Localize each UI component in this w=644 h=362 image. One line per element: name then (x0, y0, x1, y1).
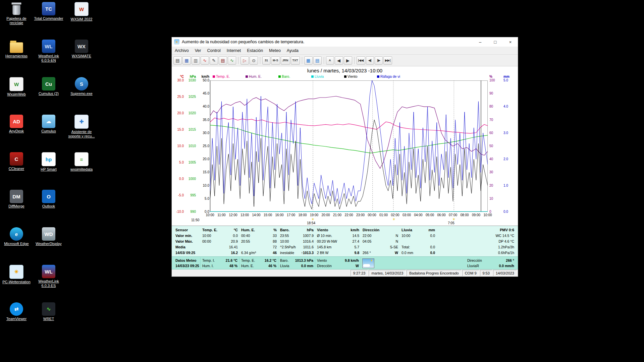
stats-cell-value: 20.9 (231, 239, 238, 243)
app-icon: ☀ (174, 39, 179, 45)
menu-archivo[interactable]: Archivo (172, 47, 192, 54)
x-axis-tick: 03:00 (401, 213, 413, 217)
export-button[interactable]: ▥ (192, 56, 200, 65)
plot-settings-button[interactable]: ∿ (201, 56, 209, 65)
live-value: 16.2 °C (265, 258, 276, 262)
next-button[interactable]: ▶ (344, 56, 352, 65)
stats-pmv-column: PMV 0:6WC 14.5 °CDP 4.6 °C1.2hPa/3h0.6hP… (437, 227, 516, 256)
stats-header-name: Baro. (280, 228, 289, 232)
print-button[interactable]: ▤ (173, 56, 182, 65)
menu-ver[interactable]: Ver (192, 47, 204, 54)
legend-label: Viento (347, 74, 358, 78)
live-row: Dirección266 ° (467, 258, 514, 263)
plot-canvas[interactable] (210, 80, 488, 212)
legend-item-temp-e[interactable]: Temp. E. (213, 74, 230, 78)
app-window: ☀ Aumento de la nubosidad con pequeños c… (171, 37, 518, 277)
desktop-icon-wret[interactable]: ∿WRET (33, 302, 64, 340)
desktop-icon-weatherdisplay[interactable]: WDWeatherDisplay (33, 227, 64, 265)
edit-plot-button[interactable]: ✎ (210, 56, 218, 65)
desktop-icon-ccleaner[interactable]: CCCleaner (1, 152, 32, 190)
nav-first-button[interactable]: |◀◀ (357, 56, 365, 65)
font-button[interactable]: A (326, 56, 334, 65)
desktop-icon-hp-smart[interactable]: hpHP Smart (33, 152, 64, 190)
desktop-icon-weatherlink-6-0-5-en[interactable]: WLWeatherLink 6.0.5-EN (33, 40, 64, 77)
legend-item-hum-e[interactable]: Hum. E. (246, 74, 262, 78)
table-view-button[interactable]: ▦ (304, 56, 313, 65)
menu-ayuda[interactable]: Ayuda (284, 47, 302, 54)
print-plot-button[interactable]: ▤ (219, 56, 227, 65)
x-axis-tick: 00:00 (366, 213, 378, 217)
live-pair-cell: Temp. I.21.6 °CHum. I.48 % (201, 257, 239, 268)
maximize-button[interactable]: □ (488, 37, 503, 47)
legend-item-viento[interactable]: Viento (344, 74, 358, 78)
legend-label: Baro. (282, 74, 290, 78)
axis-tick-rain: 0.0 (503, 210, 512, 214)
axis-tick-wind: 30.0 (197, 131, 209, 135)
close-button[interactable]: × (503, 37, 518, 47)
axis-unit-rain: mm (503, 75, 512, 78)
menu-meteo[interactable]: Meteo (266, 47, 284, 54)
desktop-icon-herramientas[interactable]: Herramientas (1, 40, 32, 77)
desktop-icon-wxsimweb[interactable]: WWxsimWeb (1, 77, 32, 115)
stats-cell-value: S-SE (390, 245, 398, 249)
desktop-icon-microsoft-edge[interactable]: eMicrosoft Edge (1, 227, 32, 265)
legend-item-lluvia[interactable]: Lluvia (311, 74, 324, 78)
stats-cell-time: 10:00 (401, 234, 410, 238)
menu-control[interactable]: Control (204, 47, 223, 54)
desktop-icon-asistente-de-soporte-y-recu[interactable]: ✚Asistente de soporte y recu... (66, 115, 97, 152)
x-axis-tick: 04:00 (412, 213, 424, 217)
prev-button[interactable]: ◀ (335, 56, 343, 65)
time-button[interactable]: ⊙ (250, 56, 258, 65)
desktop-icon-teamviewer[interactable]: ⇄TeamViewer (1, 302, 32, 340)
save-button[interactable]: ▦ (182, 56, 191, 65)
stats-cell-value: N (395, 239, 398, 243)
axis-tick-hum: 60 (489, 131, 498, 135)
desktop-icon-wxsim-2022[interactable]: WWXSIM 2022 (66, 2, 97, 40)
desktop-icon-anydesk[interactable]: ADAnyDesk (1, 115, 32, 152)
sun-marker: ☀ (311, 218, 315, 221)
wxsim-2022-icon: W (74, 2, 89, 16)
toolbar-separator (354, 57, 355, 64)
textlog-button[interactable]: TXT (291, 56, 300, 65)
menu-internet[interactable]: Internet (224, 47, 244, 54)
desktop: Papelera de reciclajeHerramientasWWxsimW… (0, 0, 644, 362)
axis-tick-baro: 1025 (185, 95, 196, 99)
desktop-icon-pc-wetterstation[interactable]: ☀PC-Wetterstation (1, 265, 32, 302)
desktop-icon-total-commander[interactable]: TCTotal Commander (33, 2, 64, 40)
legend-swatch (278, 75, 281, 78)
minimize-button[interactable]: – (473, 37, 488, 47)
toolbar-separator (238, 57, 238, 64)
desktop-icon-wxsimlitedata[interactable]: ≡wxsimlitedata (66, 152, 97, 190)
live-value: W (356, 264, 359, 268)
sun-marker-time: 7:05 (448, 222, 454, 225)
legend-item-r-faga-de-vi[interactable]: Ráfaga de vi (377, 74, 400, 78)
stats-row: S-SE (363, 244, 398, 250)
desktop-icon-cumulus[interactable]: ☁Cumulus (33, 115, 64, 152)
desktop-icon-diffmerge[interactable]: DMDiffMerge (1, 190, 32, 227)
axis-tick-wind: 10.0 (197, 184, 209, 187)
nav-prev-button[interactable]: ◀| (366, 56, 374, 65)
stats-header: Sensor (175, 227, 199, 233)
stats-row: 04:05N (363, 238, 398, 244)
desktop-icon-cumulus-2[interactable]: CuCumulus (2) (33, 77, 64, 115)
nav-next-button[interactable]: |▶ (375, 56, 383, 65)
desktop-icon-supremo-exe[interactable]: SSupremo.exe (66, 77, 97, 115)
legend-item-baro[interactable]: Baro. (278, 74, 290, 78)
desktop-icon-wxsimate[interactable]: WXWXSIMATE (66, 40, 97, 77)
series-temp-e (210, 118, 488, 133)
weekrange-button[interactable]: M-S (271, 56, 280, 65)
desktop-icon-weatherlink-6-0-3-es[interactable]: WLWeatherLink 6.0.3-ES (33, 265, 64, 302)
page-export-button[interactable]: ▷ (240, 56, 249, 65)
nav-last-button[interactable]: ▶▶| (383, 56, 392, 65)
journal-button[interactable]: JRN (281, 56, 290, 65)
axis-tick-temp: -5.0 (172, 194, 184, 197)
desktop-icon-outlook[interactable]: OOutlook (33, 190, 64, 227)
calendar-31-button[interactable]: 31 (262, 56, 270, 65)
stats-row: 23:551007.9 (280, 233, 314, 238)
grid-view-button[interactable]: ▤ (313, 56, 322, 65)
menu-estaci-n[interactable]: Estación (244, 47, 266, 54)
stats-cell-time: 00:00 (202, 239, 211, 243)
curve-button[interactable]: ∿ (228, 56, 236, 65)
status-cell-5: 14/03/2023 (493, 270, 517, 276)
desktop-icon-papelera-de-reciclaje[interactable]: Papelera de reciclaje (1, 2, 32, 40)
